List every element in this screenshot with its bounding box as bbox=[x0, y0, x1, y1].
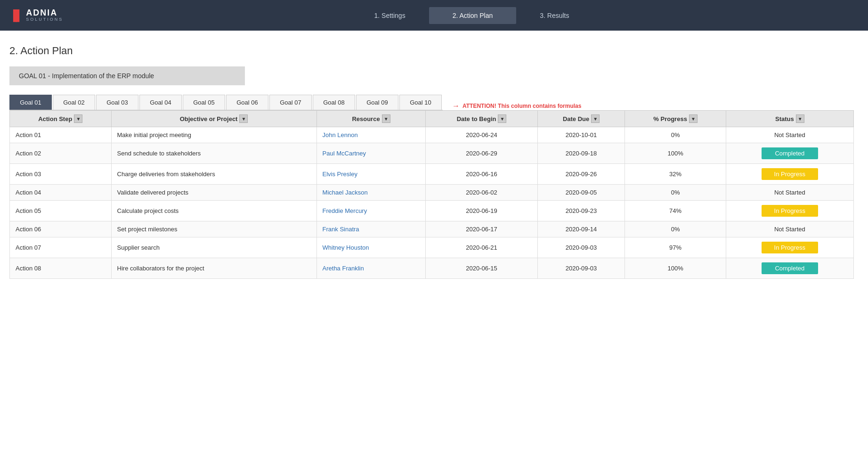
cell-date-due: 2020-09-05 bbox=[537, 185, 625, 201]
main-content: 2. Action Plan GOAL 01 - Implementation … bbox=[0, 31, 868, 293]
goal-tab-goal-09[interactable]: Goal 09 bbox=[356, 95, 398, 110]
nav-tab-results[interactable]: 3. Results bbox=[516, 7, 592, 24]
logo-icon: ▐▌ bbox=[9, 9, 22, 22]
cell-resource[interactable]: Michael Jackson bbox=[316, 185, 426, 201]
cell-status: Not Started bbox=[726, 221, 853, 237]
col-header-resource: Resource▼ bbox=[316, 111, 426, 127]
col-header-date-due: Date Due▼ bbox=[537, 111, 625, 127]
goal-tab-goal-04[interactable]: Goal 04 bbox=[139, 95, 182, 110]
col-dropdown-resource[interactable]: ▼ bbox=[382, 114, 390, 123]
col-label-progress: % Progress bbox=[653, 115, 687, 122]
status-badge: In Progress bbox=[762, 205, 818, 217]
col-label-objective: Objective or Project bbox=[180, 115, 238, 122]
resource-link[interactable]: Paul McCartney bbox=[323, 150, 366, 157]
goal-tab-goal-10[interactable]: Goal 10 bbox=[399, 95, 442, 110]
resource-link[interactable]: Michael Jackson bbox=[323, 189, 368, 196]
cell-action-step: Action 04 bbox=[10, 185, 112, 201]
col-label-date-begin: Date to Begin bbox=[457, 115, 496, 122]
cell-date-begin: 2020-06-16 bbox=[426, 164, 537, 185]
cell-action-step: Action 02 bbox=[10, 143, 112, 164]
table-row: Action 03Charge deliveries from stakehol… bbox=[10, 164, 854, 185]
col-header-status: Status▼ bbox=[726, 111, 853, 127]
cell-progress: 97% bbox=[625, 237, 726, 258]
col-dropdown-progress[interactable]: ▼ bbox=[689, 114, 698, 123]
status-badge: Completed bbox=[762, 147, 818, 159]
nav-tab-action-plan[interactable]: 2. Action Plan bbox=[429, 7, 517, 24]
status-badge: In Progress bbox=[762, 168, 818, 180]
cell-action-step: Action 01 bbox=[10, 127, 112, 143]
action-plan-table: Action Step▼Objective or Project▼Resourc… bbox=[9, 110, 854, 279]
cell-progress: 74% bbox=[625, 201, 726, 221]
cell-action-step: Action 06 bbox=[10, 221, 112, 237]
goal-tab-goal-03[interactable]: Goal 03 bbox=[96, 95, 138, 110]
logo-sub: SOLUTIONS bbox=[26, 17, 63, 22]
cell-resource[interactable]: Whitney Houston bbox=[316, 237, 426, 258]
goal-tabs-row: Goal 01Goal 02Goal 03Goal 04Goal 05Goal … bbox=[9, 95, 443, 110]
table-row: Action 04Validate delivered projectsMich… bbox=[10, 185, 854, 201]
cell-date-begin: 2020-06-15 bbox=[426, 258, 537, 279]
col-label-status: Status bbox=[775, 115, 794, 122]
header: ▐▌ ADNIA SOLUTIONS 1. Settings 2. Action… bbox=[0, 0, 868, 31]
cell-objective: Charge deliveries from stakeholders bbox=[111, 164, 316, 185]
cell-progress: 100% bbox=[625, 258, 726, 279]
cell-action-step: Action 07 bbox=[10, 237, 112, 258]
cell-date-due: 2020-09-03 bbox=[537, 237, 625, 258]
resource-link[interactable]: John Lennon bbox=[323, 131, 358, 138]
cell-progress: 0% bbox=[625, 185, 726, 201]
resource-link[interactable]: Freddie Mercury bbox=[323, 207, 367, 214]
nav-tabs: 1. Settings 2. Action Plan 3. Results bbox=[85, 7, 859, 24]
table-row: Action 06Set project milestonesFrank Sin… bbox=[10, 221, 854, 237]
resource-link[interactable]: Frank Sinatra bbox=[323, 226, 359, 233]
cell-action-step: Action 03 bbox=[10, 164, 112, 185]
cell-objective: Make initial project meeting bbox=[111, 127, 316, 143]
col-header-objective: Objective or Project▼ bbox=[111, 111, 316, 127]
goal-tab-goal-02[interactable]: Goal 02 bbox=[53, 95, 95, 110]
cell-objective: Calculate project costs bbox=[111, 201, 316, 221]
goal-tab-goal-06[interactable]: Goal 06 bbox=[226, 95, 268, 110]
resource-link[interactable]: Aretha Franklin bbox=[323, 265, 364, 272]
nav-tab-settings[interactable]: 1. Settings bbox=[350, 7, 429, 24]
col-dropdown-date-begin[interactable]: ▼ bbox=[498, 114, 506, 123]
col-dropdown-objective[interactable]: ▼ bbox=[239, 114, 248, 123]
table-row: Action 01Make initial project meetingJoh… bbox=[10, 127, 854, 143]
goal-tab-goal-05[interactable]: Goal 05 bbox=[183, 95, 225, 110]
cell-progress: 0% bbox=[625, 221, 726, 237]
resource-link[interactable]: Whitney Houston bbox=[323, 244, 369, 251]
goal-label-box: GOAL 01 - Implementation of the ERP modu… bbox=[9, 66, 245, 85]
cell-status: Not Started bbox=[726, 185, 853, 201]
col-header-date-begin: Date to Begin▼ bbox=[426, 111, 537, 127]
cell-date-due: 2020-09-23 bbox=[537, 201, 625, 221]
col-header-action-step: Action Step▼ bbox=[10, 111, 112, 127]
goal-tab-goal-01[interactable]: Goal 01 bbox=[9, 95, 52, 110]
col-dropdown-status[interactable]: ▼ bbox=[796, 114, 804, 123]
table-wrapper: Action Step▼Objective or Project▼Resourc… bbox=[9, 110, 854, 279]
logo: ▐▌ ADNIA SOLUTIONS bbox=[9, 8, 85, 23]
goal-tab-goal-08[interactable]: Goal 08 bbox=[313, 95, 355, 110]
cell-resource[interactable]: Paul McCartney bbox=[316, 143, 426, 164]
cell-resource[interactable]: Freddie Mercury bbox=[316, 201, 426, 221]
cell-objective: Set project milestones bbox=[111, 221, 316, 237]
cell-resource[interactable]: John Lennon bbox=[316, 127, 426, 143]
cell-status: Not Started bbox=[726, 127, 853, 143]
cell-progress: 100% bbox=[625, 143, 726, 164]
table-row: Action 02Send schedule to stakeholdersPa… bbox=[10, 143, 854, 164]
col-dropdown-date-due[interactable]: ▼ bbox=[591, 114, 600, 123]
attention-text: ATTENTION! This column contains formulas bbox=[462, 103, 581, 109]
resource-link[interactable]: Elvis Presley bbox=[323, 171, 357, 178]
cell-date-due: 2020-09-18 bbox=[537, 143, 625, 164]
cell-resource[interactable]: Elvis Presley bbox=[316, 164, 426, 185]
cell-action-step: Action 05 bbox=[10, 201, 112, 221]
status-badge: In Progress bbox=[762, 242, 818, 253]
cell-resource[interactable]: Aretha Franklin bbox=[316, 258, 426, 279]
col-dropdown-action-step[interactable]: ▼ bbox=[74, 114, 82, 123]
cell-resource[interactable]: Frank Sinatra bbox=[316, 221, 426, 237]
cell-objective: Hire collaborators for the project bbox=[111, 258, 316, 279]
cell-date-due: 2020-09-14 bbox=[537, 221, 625, 237]
cell-status: Completed bbox=[726, 143, 853, 164]
cell-date-due: 2020-09-03 bbox=[537, 258, 625, 279]
goal-tab-goal-07[interactable]: Goal 07 bbox=[269, 95, 312, 110]
cell-action-step: Action 08 bbox=[10, 258, 112, 279]
cell-date-begin: 2020-06-02 bbox=[426, 185, 537, 201]
cell-progress: 32% bbox=[625, 164, 726, 185]
col-label-action-step: Action Step bbox=[38, 115, 72, 122]
